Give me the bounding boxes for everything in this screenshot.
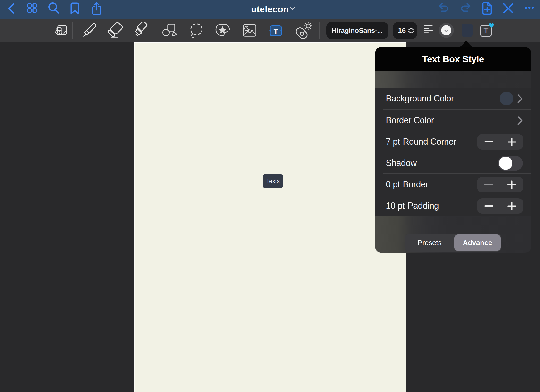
- svg-text:T: T: [274, 27, 278, 35]
- svg-text:T: T: [483, 26, 489, 35]
